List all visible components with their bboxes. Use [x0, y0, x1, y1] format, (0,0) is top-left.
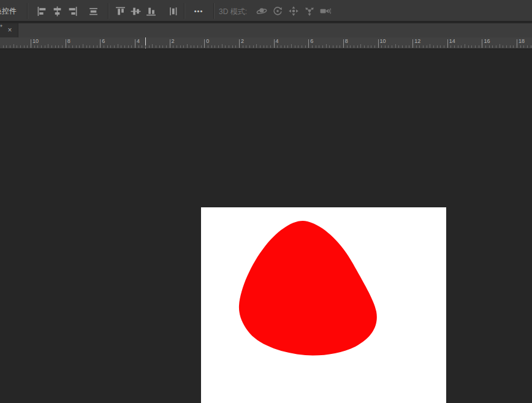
ruler-minor-tick	[197, 45, 198, 48]
ruler-minor-tick	[437, 45, 438, 48]
ruler-label: 14	[449, 39, 455, 44]
ruler-major-tick	[239, 39, 240, 48]
ruler-label: 8	[67, 39, 70, 44]
ruler-minor-tick	[187, 44, 188, 48]
pan-3d-camera-icon	[288, 6, 299, 17]
ruler-minor-tick	[416, 45, 417, 48]
ruler-minor-tick	[281, 45, 281, 48]
ruler-minor-tick	[173, 45, 173, 48]
separator	[27, 3, 28, 19]
ruler-minor-tick	[93, 45, 94, 48]
ruler-minor-tick	[166, 45, 167, 48]
ruler-minor-tick	[62, 45, 63, 48]
ruler-minor-tick	[156, 45, 156, 48]
ruler-minor-tick	[256, 44, 257, 48]
ruler-minor-tick	[128, 45, 129, 48]
ruler-major-tick	[204, 39, 205, 48]
orbit-3d-camera-button[interactable]	[254, 4, 269, 18]
ruler-minor-tick	[388, 45, 389, 48]
ruler-minor-tick	[107, 45, 108, 48]
align-bottom-edges-button[interactable]	[143, 4, 158, 18]
separator	[108, 3, 109, 19]
ruler-minor-tick	[479, 45, 479, 48]
ruler-minor-tick	[72, 45, 73, 48]
ruler-minor-tick	[444, 45, 444, 48]
roll-3d-camera-button[interactable]	[270, 4, 285, 18]
ruler-label: 8	[345, 39, 348, 44]
ruler-minor-tick	[500, 44, 500, 48]
ruler-minor-tick	[139, 45, 139, 48]
ruler-minor-tick	[159, 45, 160, 48]
ruler-minor-tick	[371, 45, 371, 48]
ruler-minor-tick	[450, 45, 451, 48]
ruler-minor-tick	[322, 45, 323, 48]
ruler-minor-tick	[503, 45, 503, 48]
red-rounded-triangle-shape	[239, 221, 377, 355]
ruler-minor-tick	[131, 45, 132, 48]
ruler-minor-tick	[253, 45, 254, 48]
ruler-label: 18	[519, 39, 525, 44]
separator	[184, 3, 185, 19]
ruler-minor-tick	[10, 45, 10, 48]
ruler-minor-tick	[86, 45, 87, 48]
horizontal-ruler[interactable]: 108642024681012141618	[0, 37, 532, 49]
align-top-edges-button[interactable]	[113, 4, 127, 18]
ruler-minor-tick	[523, 45, 524, 48]
ruler-minor-tick	[395, 44, 396, 48]
align-horizontal-centers-icon	[52, 6, 63, 17]
pan-3d-camera-button[interactable]	[286, 4, 301, 18]
align-right-edges-button[interactable]	[65, 4, 80, 18]
separator	[213, 3, 215, 19]
ruler-minor-tick	[97, 45, 97, 48]
ruler-minor-tick	[37, 45, 38, 48]
ruler-minor-tick	[284, 45, 285, 48]
ruler-minor-tick	[319, 45, 319, 48]
ruler-minor-tick	[142, 45, 142, 48]
ruler-major-tick	[343, 39, 344, 48]
ruler-minor-tick	[51, 45, 52, 48]
more-align-options-button[interactable]: •••	[191, 4, 207, 18]
ruler-minor-tick	[357, 45, 358, 48]
ruler-minor-tick	[162, 45, 163, 48]
ruler-minor-tick	[235, 45, 236, 48]
ruler-minor-tick	[347, 45, 348, 48]
ruler-minor-tick	[513, 45, 514, 48]
ruler-label: 6	[310, 39, 313, 44]
ruler-minor-tick	[34, 45, 35, 48]
ruler-minor-tick	[69, 45, 69, 48]
tab-close-button[interactable]: ×	[6, 25, 13, 35]
ruler-minor-tick	[41, 45, 42, 48]
ruler-minor-tick	[340, 45, 340, 48]
document-canvas[interactable]	[201, 207, 446, 403]
ruler-minor-tick	[392, 45, 392, 48]
ruler-minor-tick	[264, 45, 264, 48]
distribute-horizontal-centers-button[interactable]	[165, 4, 180, 18]
ruler-minor-tick	[440, 45, 441, 48]
align-horizontal-centers-button[interactable]	[50, 4, 64, 18]
ruler-minor-tick	[45, 45, 45, 48]
ruler-minor-tick	[406, 45, 406, 48]
ruler-minor-tick	[360, 44, 361, 48]
align-left-edges-button[interactable]	[34, 4, 49, 18]
ruler-minor-tick	[531, 45, 531, 48]
ruler-minor-tick	[79, 45, 80, 48]
ruler-minor-tick	[121, 45, 121, 48]
ruler-minor-tick	[270, 45, 271, 48]
ruler-major-tick	[31, 39, 31, 48]
ruler-label: 2	[241, 39, 244, 44]
ruler-minor-tick	[287, 45, 288, 48]
ruler-minor-tick	[183, 45, 184, 48]
ruler-minor-tick	[249, 45, 250, 48]
ruler-label: 10	[380, 39, 386, 44]
ruler-minor-tick	[191, 45, 191, 48]
zoom-3d-camera-button[interactable]	[318, 4, 333, 18]
ruler-minor-tick	[402, 45, 403, 48]
distribute-vertical-centers-button[interactable]	[86, 4, 101, 18]
ruler-minor-tick	[368, 45, 368, 48]
document-tab[interactable]: * ×	[0, 23, 18, 37]
distribute-vertical-centers-icon	[88, 6, 99, 17]
ruler-minor-tick	[211, 45, 212, 48]
slide-3d-camera-button[interactable]	[302, 4, 317, 18]
align-vertical-centers-button[interactable]	[128, 4, 143, 18]
ruler-minor-tick	[149, 45, 150, 48]
